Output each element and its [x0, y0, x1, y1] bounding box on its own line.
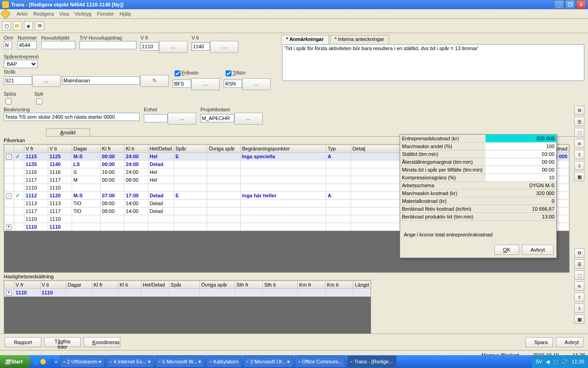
delete-icon[interactable]: ✕ [574, 139, 584, 148]
menu-visa[interactable]: Visa [59, 11, 69, 17]
taskbar-task[interactable]: ▫2 Utforskaren ▾ [60, 356, 105, 368]
franstn-label: rånstn [185, 70, 199, 75]
new-icon[interactable]: ▢ [2, 21, 11, 30]
maximize-button[interactable]: ❐ [565, 0, 575, 9]
menu-fonster[interactable]: Fönster [97, 11, 114, 17]
window-titlebar: Trans - [Redigera objekt N4544 1110-1140… [0, 0, 588, 9]
tab-interna[interactable]: * Interna anteckningar [330, 35, 390, 44]
splos-checkbox[interactable] [6, 98, 11, 104]
tagfria-button[interactable]: Tågfria tider [44, 337, 81, 347]
tillstn-checkbox[interactable] [226, 70, 232, 76]
taskbar-task[interactable]: ▫2 Microsoft Of... ▾ [243, 356, 294, 368]
copy-icon[interactable]: ⧉ [35, 21, 44, 30]
tab-ansokt[interactable]: AAnsöktnsökt [46, 128, 90, 136]
copy-icon[interactable]: ⧉ [574, 248, 584, 258]
taskbar-task[interactable]: ▫Office Communi... [295, 356, 345, 368]
projektledare-input[interactable] [200, 114, 234, 122]
table-row[interactable]: +11101110 [5, 289, 371, 297]
up-icon[interactable]: ⇧ [574, 150, 584, 159]
tray-icon[interactable]: ⬚ [553, 359, 558, 365]
taskbar-task[interactable]: ▫4 Internet Ex... ▾ [107, 356, 154, 368]
nummer-label: Nummer [17, 35, 37, 40]
settings-icon[interactable]: ☰ [574, 259, 584, 269]
calc-icon[interactable]: ⬚ [574, 128, 584, 137]
tray-icon[interactable]: 🔊 [561, 359, 568, 365]
minimize-button[interactable]: _ [554, 0, 564, 9]
taskbar-task[interactable]: ▫Kalkylatorn [206, 356, 241, 368]
grid1-side-toolbar: ⧉ ☰ ⬚ ✕ ⇧ ⇩ ▦ [574, 106, 584, 181]
taskbar-task[interactable]: ▫Trans - [Redige... [347, 356, 396, 368]
strak-input[interactable] [4, 76, 32, 85]
down-icon[interactable]: ⇩ [574, 304, 584, 313]
tab-anmarkningar[interactable]: * Anmärkningar [281, 35, 329, 44]
huvudobjekt-label: Huvudobjekt [41, 35, 75, 40]
franstn-checkbox[interactable] [175, 70, 181, 76]
ie-icon[interactable]: 🌐 [33, 359, 39, 365]
beskrivning-label: Beskrivning [4, 107, 140, 112]
sptr-checkbox[interactable] [36, 98, 42, 104]
delete-icon[interactable]: ✕ [574, 282, 584, 291]
notes-textarea[interactable]: 'Tid i spår för första aktiviteten bör b… [282, 44, 584, 81]
hastighets-label: Hastighetsnedsättning [0, 273, 588, 280]
tillstn-lookup-button[interactable]: ... [242, 78, 271, 90]
lang-indicator[interactable]: SV [536, 359, 543, 364]
enhet-lookup-button[interactable]: ... [168, 113, 196, 125]
quicklaunch: 🌐 🟡 🔵 » [31, 359, 59, 365]
koordineras-button[interactable]: Koordineras [84, 337, 120, 347]
settings-icon[interactable]: ☰ [574, 117, 584, 126]
refresh-icon[interactable]: ◈ [24, 21, 33, 30]
omr-input[interactable] [4, 41, 12, 49]
enhet-input[interactable] [144, 114, 168, 122]
menubar: Arkiv Redigera Visa Verktyg Fönster Hjäl… [0, 9, 588, 19]
menu-arkiv[interactable]: Arkiv [17, 11, 28, 17]
calc-icon[interactable]: ⬚ [574, 270, 584, 280]
tray-icon[interactable]: ◀ [546, 359, 549, 365]
chart-icon[interactable]: ▦ [574, 172, 584, 181]
projektledare-lookup-button[interactable]: ... [234, 113, 263, 125]
vfr-lookup-button[interactable]: ... [159, 41, 187, 53]
franstn-lookup-button[interactable]: ... [191, 78, 220, 90]
vfr-input[interactable] [141, 42, 159, 51]
system-tray[interactable]: SV ◀ ⬚ 🔊 11:26 [532, 355, 588, 368]
tillstn-input[interactable] [224, 80, 242, 88]
explorer-icon[interactable]: 🟡 [40, 359, 46, 365]
omr-label: Omr [4, 35, 13, 40]
avbryt-button[interactable]: Avbryt [522, 245, 554, 255]
franstn-input[interactable] [173, 80, 191, 88]
start-button[interactable]: 🪟 Start [0, 355, 31, 368]
app-icon [2, 1, 9, 8]
menu-redigera[interactable]: Redigera [33, 11, 54, 17]
taskbar: 🪟 Start 🌐 🟡 🔵 » ▫2 Utforskaren ▾▫4 Inter… [0, 355, 588, 368]
strak-lookup-button[interactable]: ... [32, 75, 61, 87]
trv-label: TrV Huvuduppdrag [79, 35, 136, 40]
ok-button[interactable]: OK [494, 245, 519, 255]
media-icon[interactable]: 🔵 [47, 359, 54, 365]
more-icon[interactable]: » [55, 359, 57, 365]
close-button[interactable]: ✕ [576, 0, 586, 9]
copy-icon[interactable]: ⧉ [574, 106, 584, 115]
splos-label: Splös [4, 91, 17, 97]
taskbar-task[interactable]: ▫5 Microsoft W... ▾ [156, 356, 205, 368]
strak-refresh-icon[interactable]: ↻ [140, 75, 169, 87]
down-icon[interactable]: ⇩ [574, 161, 584, 170]
menu-hjalp[interactable]: Hjälp [119, 11, 131, 17]
avbryt-button[interactable]: Avbryt [556, 337, 583, 347]
menu-verktyg[interactable]: Verktyg [74, 11, 91, 17]
up-icon[interactable]: ⇧ [574, 293, 584, 302]
rapport-button[interactable]: Rapport [5, 337, 41, 347]
open-icon[interactable]: 📂 [13, 21, 22, 30]
vti-lookup-button[interactable]: ... [210, 41, 238, 53]
vti-label: V ti [192, 35, 238, 40]
huvudobjekt-input [41, 41, 75, 49]
vfr-label: V fr [141, 35, 187, 40]
beskrivning-input[interactable] [4, 113, 140, 121]
chart-icon[interactable]: ▦ [574, 315, 584, 324]
grid2-side-toolbar: ⧉ ☰ ⬚ ✕ ⇧ ⇩ ▦ [574, 248, 584, 324]
projektledare-label: Projektledare [200, 107, 263, 112]
vti-input[interactable] [192, 42, 210, 51]
popup-message: Ange i kronor total entreprenörskostnad [400, 221, 556, 242]
sparentreprenor-label: Spårentreprenö [4, 54, 39, 59]
window-title: Trans - [Redigera objekt N4544 1110-1140… [11, 2, 124, 7]
sparentreprenor-select[interactable]: BAP [4, 60, 38, 68]
spara-button[interactable]: Spara [526, 337, 553, 347]
